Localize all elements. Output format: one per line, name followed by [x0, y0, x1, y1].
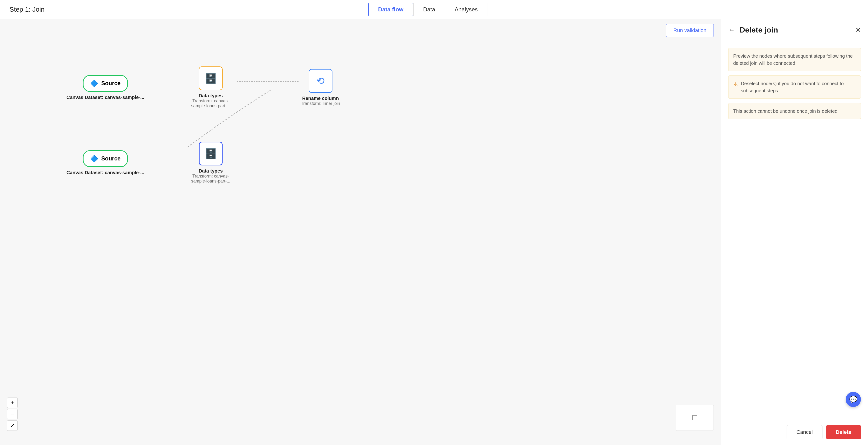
minimap-viewport: [692, 415, 697, 420]
tab-data-flow[interactable]: Data flow: [368, 3, 413, 16]
minimap: [676, 405, 714, 431]
source2-label: Source: [101, 155, 121, 162]
cancel-button[interactable]: Cancel: [786, 425, 822, 439]
tab-group: Data flow Data Analyses: [368, 3, 488, 16]
info-box-preview: Preview the nodes where subsequent steps…: [728, 48, 861, 71]
node-source1[interactable]: 🔷 Source Canvas Dataset: canvas-sample-.…: [66, 75, 144, 100]
source1-sublabel: Canvas Dataset: canvas-sample-...: [66, 95, 144, 100]
connector-2a: [147, 157, 185, 157]
rename-box[interactable]: ⟲: [309, 69, 333, 93]
tab-data[interactable]: Data: [413, 3, 445, 16]
info-text-preview: Preview the nodes where subsequent steps…: [733, 53, 853, 66]
node-rename[interactable]: ⟲ Rename column Transform: Inner join: [301, 69, 340, 106]
warning-icon: ⚠: [733, 81, 738, 88]
source2-sublabel: Canvas Dataset: canvas-sample-...: [66, 170, 144, 175]
source2-box[interactable]: 🔷 Source: [83, 150, 128, 167]
zoom-out-button[interactable]: −: [7, 409, 18, 419]
rename-icon: ⟲: [316, 75, 324, 87]
panel-header: ← Delete join ✕: [721, 19, 868, 41]
source1-box[interactable]: 🔷 Source: [83, 75, 128, 92]
datatypes2-icon: 🗄️: [205, 148, 217, 159]
datatypes2-box[interactable]: 🗄️: [199, 142, 223, 166]
source1-label: Source: [101, 80, 121, 87]
datatypes1-label: Data types: [198, 93, 223, 98]
connector-1a: [147, 82, 185, 82]
node-source2[interactable]: 🔷 Source Canvas Dataset: canvas-sample-.…: [66, 150, 144, 175]
zoom-in-button[interactable]: +: [7, 397, 18, 408]
zoom-controls: + − ⤢: [7, 397, 18, 431]
info-box-undone: This action cannot be undone once join i…: [728, 103, 861, 119]
delete-join-panel: ← Delete join ✕ Preview the nodes where …: [721, 19, 868, 445]
datatypes1-sublabel: Transform: canvas-sample-loans-part-...: [187, 98, 235, 109]
canvas-area: Run validation 🔷 Source Canvas Dataset: …: [0, 19, 721, 445]
source1-icon: 🔷: [90, 80, 98, 87]
warning-box-deselect: ⚠ Deselect node(s) if you do not want to…: [728, 76, 861, 99]
tab-analyses[interactable]: Analyses: [445, 3, 487, 16]
page-title: Step 1: Join: [9, 6, 44, 13]
flow-container: 🔷 Source Canvas Dataset: canvas-sample-.…: [66, 66, 340, 184]
panel-close-button[interactable]: ✕: [856, 26, 861, 34]
chat-bubble-button[interactable]: 💬: [846, 392, 861, 407]
main-layout: Run validation 🔷 Source Canvas Dataset: …: [0, 19, 868, 445]
node-datatypes1[interactable]: 🗄️ Data types Transform: canvas-sample-l…: [187, 66, 235, 109]
topbar: Step 1: Join Data flow Data Analyses: [0, 0, 868, 19]
panel-back-button[interactable]: ←: [728, 26, 735, 34]
source2-icon: 🔷: [90, 155, 98, 162]
delete-button[interactable]: Delete: [826, 425, 861, 439]
fit-button[interactable]: ⤢: [7, 420, 18, 431]
node-datatypes2[interactable]: 🗄️ Data types Transform: canvas-sample-l…: [187, 142, 235, 184]
datatypes2-sublabel: Transform: canvas-sample-loans-part-...: [187, 174, 235, 184]
panel-footer: Cancel Delete: [721, 419, 868, 445]
panel-title: Delete join: [740, 26, 851, 34]
chat-icon: 💬: [849, 396, 858, 404]
run-validation-button[interactable]: Run validation: [666, 24, 714, 37]
datatypes2-label: Data types: [198, 168, 223, 174]
rename-sublabel: Transform: Inner join: [301, 101, 340, 106]
panel-body: Preview the nodes where subsequent steps…: [721, 41, 868, 419]
warning-text-deselect: Deselect node(s) if you do not want to c…: [741, 80, 856, 94]
datatypes1-icon: 🗄️: [205, 72, 217, 84]
rename-label: Rename column: [302, 96, 339, 101]
info-text-undone: This action cannot be undone once join i…: [733, 109, 839, 114]
datatypes1-box[interactable]: 🗄️: [199, 66, 223, 90]
